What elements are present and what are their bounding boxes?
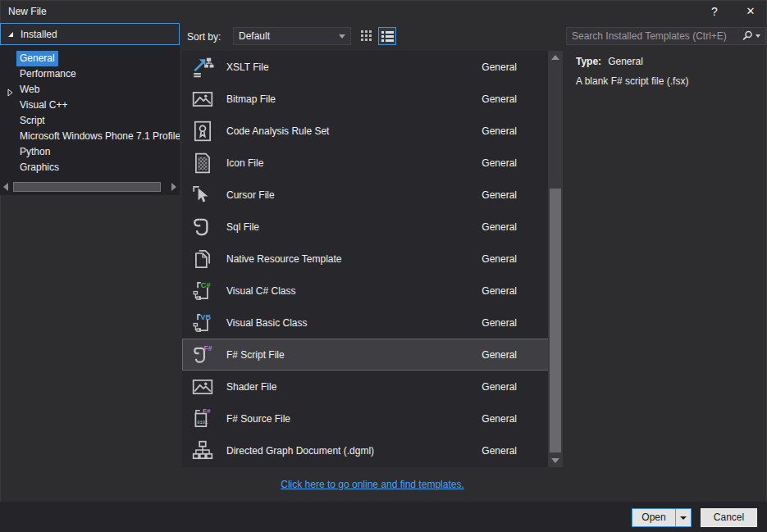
open-button[interactable]: Open <box>632 508 692 527</box>
cursor-file-icon <box>190 182 215 208</box>
chevron-down-icon <box>756 34 760 38</box>
template-name: F# Script File <box>226 349 285 361</box>
sidebar-item-label: Microsoft Windows Phone 7.1 Profile <box>20 129 180 144</box>
template-list-item-visual-c-class[interactable]: C# Visual C# Class General <box>182 275 563 307</box>
template-description: A blank F# script file (.fsx) <box>576 75 760 87</box>
scroll-down-arrow-icon[interactable] <box>551 458 559 463</box>
vertical-scrollbar[interactable] <box>548 51 563 467</box>
template-name: Visual C# Class <box>226 285 295 297</box>
search-icon <box>742 30 753 42</box>
collapsed-triangle-icon <box>7 86 13 98</box>
hscroll-thumb[interactable] <box>13 182 161 192</box>
sidebar-item-microsoft-windows-phone-7-1-profile[interactable]: Microsoft Windows Phone 7.1 Profile <box>0 129 180 144</box>
open-dropdown-button[interactable] <box>675 509 691 526</box>
template-list-item-f-script-file[interactable]: F# F# Script File General <box>182 339 563 371</box>
sidebar-hscrollbar[interactable] <box>0 180 180 193</box>
template-list-item-sql-file[interactable]: Sql File General <box>182 211 563 243</box>
template-name: Native Resource Template <box>226 253 342 265</box>
sql-file-icon <box>190 214 215 240</box>
template-list-item-visual-basic-class[interactable]: VB Visual Basic Class General <box>182 307 563 339</box>
close-icon: ✕ <box>746 5 756 17</box>
footer: Open Cancel <box>0 502 767 532</box>
sidebar-item-visual-c[interactable]: Visual C++ <box>0 98 180 113</box>
search-button[interactable] <box>737 28 764 44</box>
installed-label: Installed <box>21 29 57 40</box>
bitmap-file-icon <box>190 86 215 112</box>
template-category: General <box>482 317 517 329</box>
medium-icons-button[interactable] <box>358 27 376 45</box>
template-name: Directed Graph Document (.dgml) <box>226 445 374 457</box>
template-category: General <box>482 253 517 265</box>
template-list-item-shader-file[interactable]: Shader File General <box>182 371 563 402</box>
template-category: General <box>482 349 517 361</box>
help-icon: ? <box>711 5 718 18</box>
list-view-button[interactable] <box>378 27 396 45</box>
template-name: Shader File <box>226 381 276 393</box>
fsharp-source-file-icon: 0101 F# <box>190 406 215 432</box>
template-name: Visual Basic Class <box>226 317 307 329</box>
template-category: General <box>482 93 517 105</box>
template-list-item-icon-file[interactable]: Icon File General <box>182 147 563 179</box>
hscroll-left-arrow-icon[interactable] <box>3 183 8 191</box>
sidebar-item-label: Visual C++ <box>20 98 67 113</box>
sidebar-item-graphics[interactable]: Graphics <box>0 160 180 175</box>
svg-text:C#: C# <box>201 281 211 289</box>
installed-tab[interactable]: Installed <box>0 23 180 45</box>
hscroll-right-arrow-icon[interactable] <box>171 183 176 191</box>
visual-basic-class-icon: VB <box>190 310 215 336</box>
native-resource-template-icon <box>190 246 215 272</box>
new-file-dialog: New File ? ✕ Installed General Performan… <box>0 0 767 532</box>
template-name: Icon File <box>226 157 263 169</box>
online-templates-link[interactable]: Click here to go online and find templat… <box>281 479 463 490</box>
sidebar-item-label: Web <box>20 82 39 98</box>
sidebar-item-script[interactable]: Script <box>0 113 180 129</box>
scroll-up-arrow-icon[interactable] <box>551 55 559 60</box>
svg-text:F#: F# <box>204 343 212 352</box>
template-list-item-cursor-file[interactable]: Cursor File General <box>182 179 563 211</box>
help-button[interactable]: ? <box>705 2 724 20</box>
template-category: General <box>482 285 517 297</box>
open-button-label: Open <box>632 509 675 526</box>
template-category: General <box>482 221 517 233</box>
sidebar-item-label: Performance <box>20 66 76 82</box>
sort-dropdown[interactable]: Default <box>233 27 351 45</box>
sidebar-item-performance[interactable]: Performance <box>0 66 180 82</box>
sort-dropdown-value: Default <box>239 30 270 42</box>
template-category: General <box>482 189 517 201</box>
template-name: Bitmap File <box>226 93 276 105</box>
sidebar-item-web[interactable]: Web <box>0 82 180 98</box>
sidebar-item-label: Python <box>20 144 50 160</box>
sidebar-item-general[interactable]: General <box>0 51 180 66</box>
cancel-button[interactable]: Cancel <box>701 508 757 527</box>
template-name: F# Source File <box>226 413 290 425</box>
svg-text:0101: 0101 <box>197 420 208 425</box>
template-list: XSLT File General Bitmap File General Co… <box>182 51 563 467</box>
template-list-item-code-analysis-rule-set[interactable]: Code Analysis Rule Set General <box>182 115 563 147</box>
template-list-item-native-resource-template[interactable]: Native Resource Template General <box>182 243 563 275</box>
template-category: General <box>482 61 517 73</box>
template-list-item-xslt-file[interactable]: XSLT File General <box>182 51 563 83</box>
sort-by-label: Sort by: <box>187 31 221 43</box>
svg-text:F#: F# <box>203 407 211 415</box>
template-category: General <box>482 445 517 457</box>
template-list-item-bitmap-file[interactable]: Bitmap File General <box>182 83 563 115</box>
expanded-triangle-icon <box>7 29 14 40</box>
vscroll-thumb[interactable] <box>550 189 561 452</box>
template-list-item-f-source-file[interactable]: 0101 F# F# Source File General <box>182 402 563 434</box>
template-name: XSLT File <box>226 61 269 73</box>
link-bar: Click here to go online and find templat… <box>182 479 563 490</box>
template-list-item-directed-graph-document-dgml[interactable]: Directed Graph Document (.dgml) General <box>182 434 563 466</box>
sidebar-item-python[interactable]: Python <box>0 144 180 160</box>
dialog-title: New File <box>8 6 47 17</box>
icon-file-icon <box>190 150 215 176</box>
dropdown-arrow-icon <box>680 516 687 520</box>
fsharp-script-file-icon: F# <box>190 342 215 368</box>
code-analysis-rule-set-icon <box>190 118 215 144</box>
sidebar-item-label: General <box>16 51 58 66</box>
sidebar-item-label: Script <box>20 113 45 129</box>
title-bar: New File ? ✕ <box>0 0 767 23</box>
svg-text:VB: VB <box>200 313 211 321</box>
template-name: Code Analysis Rule Set <box>226 125 329 137</box>
search-input[interactable] <box>567 28 737 44</box>
close-button[interactable]: ✕ <box>741 2 760 20</box>
